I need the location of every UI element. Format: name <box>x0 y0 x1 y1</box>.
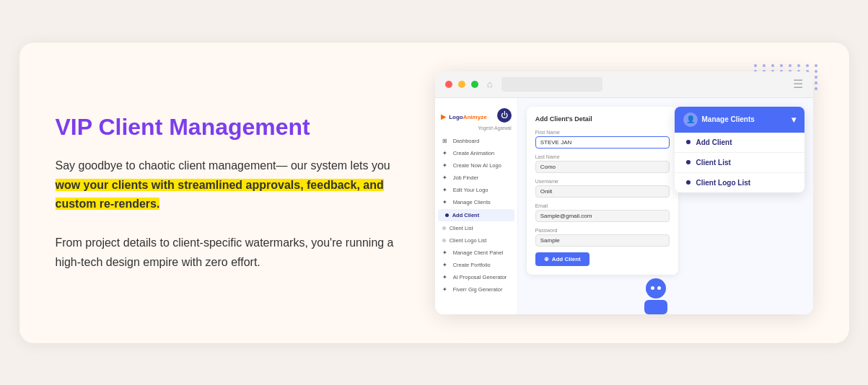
password-input[interactable]: Sample <box>535 234 670 247</box>
sidebar-item-label: Create Animation <box>453 150 495 156</box>
secondary-description: From project details to client-specific … <box>56 234 399 272</box>
user-name: Yogesh Agarwal <box>435 125 517 135</box>
job-icon: ✦ <box>442 174 450 181</box>
bullet-add <box>686 140 691 144</box>
sidebar-item-label: Client List <box>450 225 473 231</box>
browser-body: ▶ LogoAnimyze ⏻ Yogesh Agarwal ⊞ Dashboa… <box>435 98 813 314</box>
add-client-button[interactable]: ⊕ Add Client <box>535 252 589 266</box>
proposal-icon: ✦ <box>442 274 450 280</box>
sidebar-item-label: Manage Clients <box>453 199 491 205</box>
add-client-form: Add Client's Detail First Name STEVE JAN… <box>527 107 678 275</box>
edit-icon: ✦ <box>442 187 450 193</box>
active-dot <box>445 213 449 217</box>
sidebar-item-add-client[interactable]: Add Client <box>438 209 514 221</box>
main-content-area: Add Client's Detail First Name STEVE JAN… <box>518 98 813 314</box>
page-title: VIP Client Management <box>56 113 399 141</box>
sidebar-item-label: Dashboard <box>453 138 480 144</box>
manage-client-list[interactable]: Client List <box>675 153 805 173</box>
sidebar-item-create-logo[interactable]: ✦ Create Now AI Logo <box>435 159 517 172</box>
username-label: Username <box>535 179 670 184</box>
sidebar-item-edit-logo[interactable]: ✦ Edit Your Logo <box>435 184 517 196</box>
sidebar-item-client-list[interactable]: Client List <box>435 222 517 234</box>
robot-body <box>644 300 667 314</box>
password-label: Password <box>535 228 670 233</box>
home-icon[interactable]: ⌂ <box>487 79 493 89</box>
username-input[interactable]: Oniit <box>535 185 670 198</box>
panel-icon: ✦ <box>442 249 450 256</box>
sidebar-item-label: Create Now AI Logo <box>453 162 501 169</box>
logo-icon: ▶ <box>441 113 446 120</box>
first-name-field: First Name STEVE JAN <box>535 130 670 149</box>
sidebar-item-fiverr[interactable]: ✦ Fiverr Gig Generator <box>435 283 517 296</box>
sidebar-item-portfolio[interactable]: ✦ Create Portfolio <box>435 259 517 271</box>
email-field: Email Sample@gmail.com <box>535 203 670 222</box>
email-input[interactable]: Sample@gmail.com <box>535 210 670 222</box>
sidebar-item-label: Manage Client Panel <box>453 249 504 256</box>
left-section: VIP Client Management Say goodbye to cha… <box>56 113 399 272</box>
desc-highlight: wow your clients with streamlined approv… <box>56 179 384 210</box>
sidebar-item-manage-panel[interactable]: ✦ Manage Client Panel <box>435 247 517 259</box>
sidebar-item-label: Job Finder <box>453 174 478 181</box>
add-button-label: Add Client <box>552 256 581 262</box>
chevron-down-icon: ▾ <box>792 115 796 125</box>
dashboard-icon: ⊞ <box>442 138 450 144</box>
add-icon: ⊕ <box>544 256 549 262</box>
browser-dot-green[interactable] <box>471 81 478 88</box>
sidebar-item-client-logo-list[interactable]: Client Logo List <box>435 234 517 247</box>
logo: ▶ LogoAnimyze <box>441 109 487 122</box>
logo-text: LogoAnimyze <box>449 114 486 120</box>
desc-before: Say goodbye to chaotic client management… <box>56 159 390 172</box>
sidebar-item-manage-clients[interactable]: ✦ Manage Clients <box>435 196 517 208</box>
animation-icon: ✦ <box>442 150 450 156</box>
ai-logo-icon: ✦ <box>442 162 450 169</box>
sidebar-item-ai-proposal[interactable]: ✦ AI Proposal Generator <box>435 271 517 283</box>
right-section: for(let i=0;i<40;i++) document.write('<d… <box>435 71 813 314</box>
bullet-list <box>686 160 691 164</box>
sidebar-item-create-animation[interactable]: ✦ Create Animation <box>435 147 517 159</box>
manage-panel-header: 👤 Manage Clients ▾ <box>675 107 805 133</box>
manage-logo-list[interactable]: Client Logo List <box>675 173 805 192</box>
manage-list-label: Client List <box>696 159 731 167</box>
first-name-input[interactable]: STEVE JAN <box>535 136 670 149</box>
sidebar-item-dashboard[interactable]: ⊞ Dashboard <box>435 135 517 147</box>
manage-add-label: Add Client <box>696 138 732 146</box>
power-button[interactable]: ⏻ <box>497 108 512 123</box>
password-field: Password Sample <box>535 228 670 247</box>
bullet-logo-list <box>686 180 691 185</box>
url-bar[interactable] <box>501 77 602 92</box>
sidebar-item-label: AI Proposal Generator <box>453 274 507 280</box>
fiverr-icon: ✦ <box>442 286 450 293</box>
browser-bar: ⌂ ☰ <box>435 71 813 98</box>
browser-dot-yellow[interactable] <box>458 81 465 88</box>
main-description: Say goodbye to chaotic client management… <box>56 156 399 213</box>
robot-eye-right <box>657 286 661 290</box>
last-name-field: Last Name Como <box>535 154 670 173</box>
sidebar-item-label: Create Portfolio <box>453 262 491 268</box>
browser-dot-red[interactable] <box>445 81 452 88</box>
robot-character <box>640 278 672 314</box>
username-field: Username Oniit <box>535 179 670 198</box>
portfolio-icon: ✦ <box>442 262 450 268</box>
main-card: VIP Client Management Say goodbye to cha… <box>19 43 849 343</box>
sidebar-item-label: Fiverr Gig Generator <box>453 286 503 293</box>
app-sidebar: ▶ LogoAnimyze ⏻ Yogesh Agarwal ⊞ Dashboa… <box>435 98 518 314</box>
logo-list-dot <box>442 239 446 242</box>
last-name-input[interactable]: Como <box>535 161 670 173</box>
manage-clients-panel: 👤 Manage Clients ▾ Add Client Client Lis… <box>675 107 805 192</box>
sidebar-item-label: Add Client <box>452 212 480 218</box>
menu-icon[interactable]: ☰ <box>793 77 803 91</box>
list-dot <box>442 226 446 230</box>
browser-mockup: ⌂ ☰ ▶ LogoAnimyze ⏻ Yogesh Agarwal <box>435 71 813 314</box>
manage-add-client[interactable]: Add Client <box>675 133 805 153</box>
manage-clients-icon: 👤 <box>683 112 698 127</box>
last-name-label: Last Name <box>535 154 670 159</box>
robot-head <box>646 278 666 298</box>
sidebar-item-job-finder[interactable]: ✦ Job Finder <box>435 172 517 184</box>
email-label: Email <box>535 203 670 208</box>
manage-panel-title: Manage Clients <box>702 115 755 123</box>
sidebar-item-label: Edit Your Logo <box>453 187 488 193</box>
first-name-label: First Name <box>535 130 670 135</box>
manage-logo-label: Client Logo List <box>696 179 751 187</box>
robot-eye-left <box>651 286 654 290</box>
form-title: Add Client's Detail <box>535 115 670 123</box>
